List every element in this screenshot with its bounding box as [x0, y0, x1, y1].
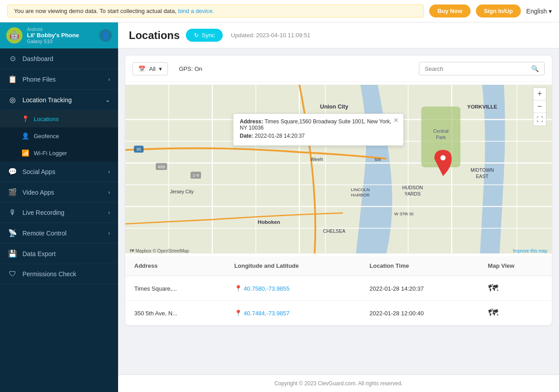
chevron-right-icon: ›: [108, 76, 110, 83]
close-icon[interactable]: ✕: [393, 117, 399, 124]
sidebar-subitem-wifi-logger[interactable]: 📶 Wi-Fi Logger: [0, 144, 118, 161]
coord-link[interactable]: 📍 40.7580,-73.9855: [234, 285, 352, 292]
chevron-down-icon: ▾: [549, 8, 552, 15]
data-table: Address Longitude and Latitude Location …: [125, 256, 552, 325]
language-selector[interactable]: English ▾: [526, 8, 552, 15]
main-layout: 🤖 Android Lil' Bobby's Phone Galaxy S10 …: [0, 22, 559, 392]
sync-label: Sync: [202, 32, 215, 39]
svg-point-40: [440, 155, 446, 161]
popup-date-row: Date: 2022-01-28 14:20:37: [240, 133, 397, 139]
sync-button[interactable]: ↻ Sync: [186, 29, 223, 42]
svg-text:HUDSON: HUDSON: [402, 185, 423, 190]
map-view-icon[interactable]: 🗺: [488, 307, 498, 318]
svg-text:MIDTOWN: MIDTOWN: [471, 167, 494, 173]
svg-text:HARBOR: HARBOR: [351, 192, 370, 197]
geofence-icon: 👤: [22, 132, 29, 139]
location-pin-icon: 📍: [234, 285, 242, 292]
gps-status: GPS: On: [179, 65, 202, 72]
cell-time: 2022-01-28 12:00:40: [361, 301, 479, 326]
social-apps-icon: 💬: [8, 167, 17, 176]
locations-card: 📅 All ▾ GPS: On 🔍: [125, 56, 552, 325]
map-container: 95 495 1-9 Central Park Union City YORKV…: [125, 82, 552, 256]
svg-text:Hoboken: Hoboken: [258, 219, 280, 225]
main-content: 📅 All ▾ GPS: On 🔍: [118, 48, 559, 375]
zoom-in-button[interactable]: +: [533, 88, 546, 100]
location-tracking-submenu: 📍 Locations 👤 Geofence 📶 Wi-Fi Logger: [0, 110, 118, 161]
sidebar-item-label: Phone Files: [22, 76, 56, 83]
sidebar-item-remote-control[interactable]: 📡 Remote Control ›: [0, 223, 118, 244]
demo-notice: You are now viewing demo data. To start …: [7, 4, 424, 17]
svg-text:W 37th St: W 37th St: [394, 211, 414, 216]
device-name: Lil' Bobby's Phone: [27, 32, 95, 39]
popup-address-label: Address:: [240, 118, 263, 125]
improve-map-link[interactable]: Improve this map: [513, 248, 547, 253]
main-panel: Locations ↻ Sync Updated: 2023-04-10 11:…: [118, 22, 559, 392]
popup-date-value: 2022-01-28 14:20:37: [255, 133, 304, 139]
cell-time: 2022-01-28 14:20:37: [361, 276, 479, 301]
cell-mapview: 🗺: [479, 301, 552, 326]
remote-control-icon: 📡: [8, 229, 17, 237]
coord-link[interactable]: 📍 40.7484,-73.9857: [234, 309, 352, 317]
sidebar-subitem-geofence[interactable]: 👤 Geofence: [0, 127, 118, 144]
col-time: Location Time: [361, 256, 479, 276]
locations-icon: 📍: [22, 115, 29, 122]
permissions-icon: 🛡: [8, 270, 17, 278]
svg-text:EAST: EAST: [476, 174, 489, 179]
sidebar-item-data-export[interactable]: 💾 Data Export: [0, 244, 118, 264]
sidebar-item-dashboard[interactable]: ⊙ Dashboard: [0, 48, 118, 69]
sidebar-item-permissions-check[interactable]: 🛡 Permissions Check: [0, 264, 118, 284]
sidebar-item-location-tracking[interactable]: ◎ Location Tracking ⌄: [0, 90, 118, 110]
svg-text:YORKVILLE: YORKVILLE: [467, 104, 497, 109]
osm-credit: Improve this map: [513, 248, 547, 253]
svg-text:1-9: 1-9: [193, 173, 199, 178]
map-view-icon[interactable]: 🗺: [488, 283, 498, 294]
sidebar-item-phone-files[interactable]: 📋 Phone Files ›: [0, 69, 118, 90]
location-tracking-icon: ◎: [8, 96, 17, 104]
filter-bar: 📅 All ▾ GPS: On 🔍: [125, 56, 552, 82]
sidebar-item-live-recording[interactable]: 🎙 Live Recording ›: [0, 203, 118, 223]
zoom-out-button[interactable]: −: [533, 100, 546, 113]
fullscreen-button[interactable]: ⛶: [533, 113, 546, 126]
sidebar-item-video-apps[interactable]: 🎬 Video Apps ›: [0, 182, 118, 203]
sidebar-item-label: Video Apps: [22, 189, 54, 196]
svg-text:Weeh: Weeh: [311, 157, 323, 162]
phone-files-icon: 📋: [8, 75, 17, 83]
svg-text:505: 505: [374, 157, 381, 162]
sidebar-item-social-apps[interactable]: 💬 Social Apps ›: [0, 161, 118, 182]
device-platform: Android: [27, 27, 95, 32]
sidebar: 🤖 Android Lil' Bobby's Phone Galaxy S10 …: [0, 22, 118, 392]
cell-coords: 📍 40.7580,-73.9855: [225, 276, 361, 301]
android-icon: 🤖: [6, 27, 22, 44]
table-header-row: Address Longitude and Latitude Location …: [125, 256, 552, 276]
updated-timestamp: Updated: 2023-04-10 11:09:51: [231, 32, 310, 39]
date-filter[interactable]: 📅 All ▾: [132, 62, 168, 75]
svg-text:Central: Central: [433, 128, 449, 134]
search-input[interactable]: [425, 65, 528, 72]
notice-text: You are now viewing demo data. To start …: [14, 8, 176, 14]
buy-now-button[interactable]: Buy Now: [429, 4, 471, 17]
search-box: 🔍: [419, 62, 545, 75]
svg-text:495: 495: [158, 164, 165, 169]
bind-device-link[interactable]: bind a device.: [178, 8, 214, 14]
cell-mapview: 🗺: [479, 276, 552, 301]
avatar[interactable]: 👤: [99, 29, 112, 42]
sidebar-item-label: Social Apps: [22, 168, 55, 175]
cell-address: Times Square,...: [125, 276, 225, 301]
video-apps-icon: 🎬: [8, 188, 17, 196]
chevron-right-icon: ›: [108, 230, 110, 236]
map-controls: + − ⛶: [533, 87, 546, 126]
popup-date-label: Date:: [240, 133, 253, 139]
dashboard-icon: ⊙: [8, 54, 17, 63]
svg-text:YARDS: YARDS: [405, 191, 421, 196]
col-address: Address: [125, 256, 225, 276]
svg-text:Park: Park: [436, 135, 446, 140]
location-pin-icon: 📍: [234, 309, 242, 317]
sidebar-subitem-label: Wi-Fi Logger: [34, 150, 67, 157]
sidebar-subitem-locations[interactable]: 📍 Locations: [0, 110, 118, 127]
calendar-icon: 📅: [138, 65, 145, 72]
topbar: You are now viewing demo data. To start …: [0, 0, 559, 22]
mapbox-credit: 🗺 Mapbox © OpenStreetMap: [130, 248, 189, 253]
signin-button[interactable]: Sign In/Up: [476, 4, 521, 17]
search-icon: 🔍: [531, 65, 539, 72]
live-recording-icon: 🎙: [8, 209, 17, 217]
